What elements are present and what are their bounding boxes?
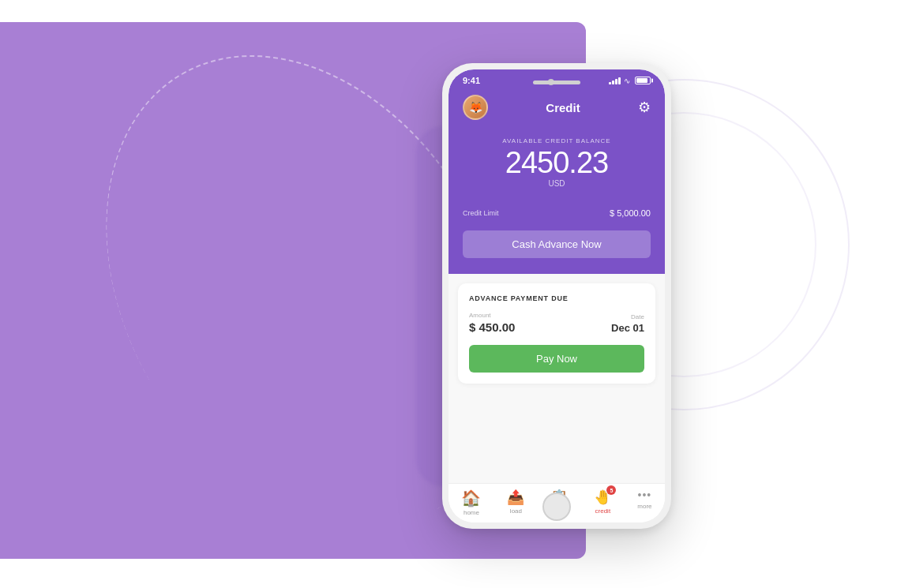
balance-section: AVAILABLE CREDIT BALANCE 2450.23 USD	[448, 131, 665, 204]
payment-date: Dec 01	[611, 322, 644, 334]
battery-icon	[635, 77, 651, 84]
cash-advance-button[interactable]: Cash Advance Now	[463, 230, 651, 258]
settings-icon[interactable]: ⚙	[638, 99, 651, 116]
credit-limit-value: $ 5,000.00	[610, 208, 651, 218]
balance-amount: 2450.23	[463, 148, 651, 178]
nav-item-more[interactable]: ••• more	[637, 489, 651, 516]
wifi-icon: ∿	[624, 77, 630, 85]
payment-amount-column: Amount $ 450.00	[469, 312, 515, 334]
payment-due-card: ADVANCE PAYMENT DUE Amount $ 450.00 Date…	[458, 283, 655, 384]
app-header: 🦊 Credit ⚙	[448, 88, 665, 131]
payment-due-label: ADVANCE PAYMENT DUE	[469, 294, 644, 302]
phone-screen: 9:41 ∿ 🦊 Credit	[448, 69, 665, 522]
avatar[interactable]: 🦊	[463, 95, 488, 120]
home-icon: 🏠	[461, 489, 481, 507]
load-icon: 📤	[507, 489, 524, 506]
credit-limit-row: Credit Limit $ 5,000.00	[448, 204, 665, 230]
nav-label-credit: credit	[595, 507, 611, 515]
cash-advance-section: Cash Advance Now	[448, 230, 665, 274]
status-time: 9:41	[463, 76, 480, 85]
date-sub-label: Date	[611, 313, 644, 320]
signal-icon	[609, 77, 621, 84]
credit-badge: 5	[606, 485, 616, 495]
pay-now-button[interactable]: Pay Now	[469, 345, 644, 373]
payment-amount: $ 450.00	[469, 320, 515, 334]
phone-inner-bezel: 9:41 ∿ 🦊 Credit	[448, 69, 665, 522]
phone-home-button[interactable]	[542, 492, 571, 521]
phone-speaker	[533, 81, 580, 84]
credit-icon: 🤚 5	[594, 489, 611, 506]
balance-label: AVAILABLE CREDIT BALANCE	[463, 137, 651, 144]
status-icons: ∿	[609, 77, 651, 85]
nav-item-home[interactable]: 🏠 home	[461, 489, 481, 516]
balance-currency: USD	[463, 179, 651, 188]
payment-details: Amount $ 450.00 Date Dec 01	[469, 312, 644, 334]
more-icon: •••	[638, 489, 652, 501]
status-bar: 9:41 ∿	[448, 69, 665, 88]
amount-sub-label: Amount	[469, 312, 515, 319]
nav-label-more: more	[637, 503, 651, 510]
app-title: Credit	[546, 101, 580, 114]
phone-device: 9:41 ∿ 🦊 Credit	[442, 63, 671, 529]
nav-label-load: load	[510, 507, 522, 515]
payment-date-column: Date Dec 01	[611, 313, 644, 334]
credit-limit-label: Credit Limit	[463, 209, 499, 217]
nav-item-credit[interactable]: 🤚 5 credit	[594, 489, 611, 516]
white-card-area: ADVANCE PAYMENT DUE Amount $ 450.00 Date…	[448, 274, 665, 483]
nav-item-load[interactable]: 📤 load	[507, 489, 524, 516]
nav-label-home: home	[464, 509, 479, 516]
